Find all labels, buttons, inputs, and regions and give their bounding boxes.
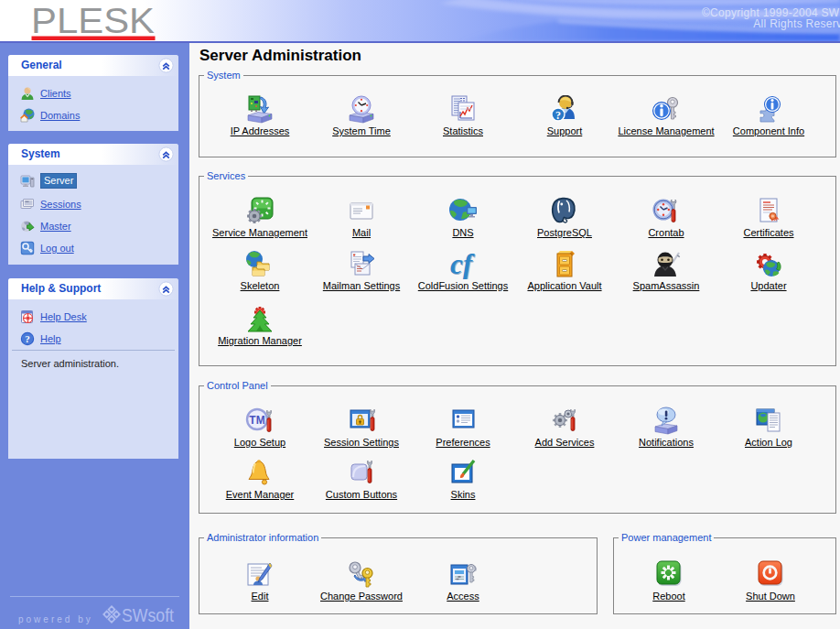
svg-text:?: ? (555, 109, 561, 122)
svg-text:?: ? (25, 333, 30, 344)
svg-text:cf: cf (450, 250, 475, 279)
svg-text:TM: TM (249, 414, 264, 427)
svg-text:PLESK: PLESK (31, 4, 155, 40)
svg-text:SWsoft: SWsoft (122, 604, 174, 625)
